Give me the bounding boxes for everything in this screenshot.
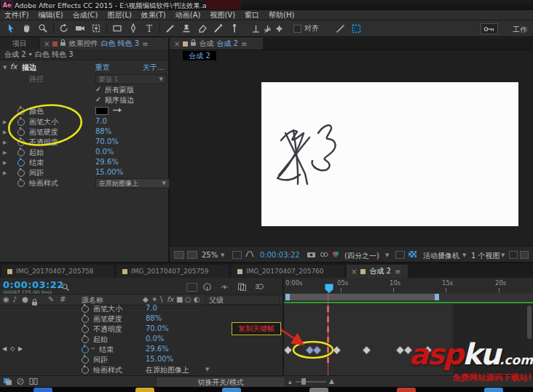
motion-blur-icon[interactable]: [255, 282, 264, 292]
menu-edit[interactable]: 编辑(E): [39, 10, 63, 20]
spacing-stopwatch-icon[interactable]: [17, 169, 25, 177]
comp-nav-button[interactable]: 合成 2: [183, 51, 216, 60]
puppet-pin-tool-icon[interactable]: [226, 21, 242, 36]
taskbar-icon[interactable]: [309, 388, 328, 392]
start-stopwatch-icon[interactable]: [17, 149, 25, 156]
playhead-handle[interactable]: [325, 284, 333, 293]
tab-img-205760[interactable]: IMG_20170407_205760: [232, 265, 344, 278]
timeline-ruler[interactable]: 0:00s 05s 10s 15s 20s: [284, 278, 533, 294]
label-column-icon[interactable]: ✎: [48, 295, 54, 303]
fx-switch-icon[interactable]: fx: [167, 295, 173, 303]
collapse-switch-icon[interactable]: ✶: [151, 295, 157, 303]
zoom-out-mountain-icon[interactable]: ▲: [288, 379, 292, 384]
all-masks-checkbox[interactable]: ✓: [95, 85, 101, 93]
quality-switch-icon[interactable]: \: [160, 295, 162, 303]
hand-tool-icon[interactable]: [19, 21, 35, 36]
pixel-aspect-icon[interactable]: [520, 251, 529, 259]
target-region-icon[interactable]: [395, 251, 405, 259]
tl-end-label[interactable]: 结束: [99, 345, 114, 355]
toggle-switches-modes-button[interactable]: 切换开关/模式: [156, 377, 285, 388]
roi-icon[interactable]: [232, 251, 242, 259]
keyframe-diamond[interactable]: [306, 346, 313, 353]
transfer-controls-icon[interactable]: [16, 377, 25, 387]
end-stopwatch-icon[interactable]: [17, 159, 25, 167]
workspace-label[interactable]: 工作: [513, 25, 527, 35]
taskbar-icon[interactable]: [397, 388, 416, 392]
tl-brush-hardness-value[interactable]: 88%: [146, 314, 162, 322]
work-area-track[interactable]: [284, 293, 533, 301]
keyframe-nav-prev-icon[interactable]: ◀: [2, 345, 7, 352]
timeline-zoom-track[interactable]: [296, 381, 326, 383]
taskbar-icon[interactable]: [135, 388, 154, 392]
primary-viewer-icon[interactable]: [187, 251, 197, 259]
mask-visibility-icon[interactable]: [245, 250, 254, 260]
timeline-search-icon[interactable]: [61, 283, 70, 293]
brush-size-value[interactable]: 7.0: [95, 117, 107, 125]
axis-local-icon[interactable]: [250, 21, 261, 36]
view-count-caret-icon[interactable]: ▼: [501, 252, 505, 258]
tab-composition[interactable]: × 合成 合成 2 ≡: [170, 38, 263, 49]
resolution-value[interactable]: (四分之一): [344, 251, 379, 261]
tl-spacing-stopwatch-icon[interactable]: [82, 356, 89, 364]
keyframe-diamond[interactable]: [404, 346, 411, 353]
camera-tool-icon[interactable]: [72, 21, 88, 36]
view-count-value[interactable]: 1 个视图: [471, 251, 500, 261]
draft-3d-icon[interactable]: [202, 282, 212, 292]
camera-caret-icon[interactable]: ▼: [462, 252, 466, 258]
adjustment-switch-icon[interactable]: ◐: [194, 295, 200, 303]
paint-style-dropdown[interactable]: 在原始图像上▼: [95, 178, 170, 188]
keyframe-diamond[interactable]: [396, 346, 403, 353]
viewer-timecode[interactable]: 0:00:03:22: [260, 251, 300, 259]
taskbar-icon[interactable]: [222, 388, 241, 392]
zoom-in-mountain-icon[interactable]: ▲: [329, 377, 334, 385]
timeline-zoom-handle[interactable]: [301, 378, 306, 385]
tl-opacity-stopwatch-icon[interactable]: [82, 326, 89, 333]
menu-effect[interactable]: 效果(T): [141, 10, 166, 20]
magnification-value[interactable]: 25%: [202, 251, 218, 259]
tl-end-stopwatch-icon[interactable]: [82, 346, 89, 353]
roto-brush-tool-icon[interactable]: [210, 21, 226, 36]
end-value[interactable]: 29.6%: [95, 158, 119, 166]
channel-icon[interactable]: [331, 250, 340, 260]
tl-brush-size-label[interactable]: 画笔大小: [93, 304, 122, 314]
taskbar-icon[interactable]: [33, 388, 52, 392]
close-icon[interactable]: ×: [44, 40, 50, 48]
tl-paint-style-stopwatch-icon[interactable]: [82, 367, 89, 374]
shrink-expand-icon[interactable]: [332, 21, 348, 36]
comp-mini-flowchart-icon[interactable]: [186, 283, 197, 292]
stroke-seq-checkbox[interactable]: ✓: [95, 95, 101, 103]
effect-reset-button[interactable]: 重置: [95, 63, 110, 73]
work-area-end-handle[interactable]: [435, 294, 439, 300]
rotation-tool-icon[interactable]: [56, 21, 72, 36]
text-tool-icon[interactable]: T: [141, 21, 157, 36]
menu-help[interactable]: 帮助(H): [269, 10, 294, 20]
axis-view-icon[interactable]: [273, 21, 285, 36]
start-value[interactable]: 0.0%: [95, 148, 114, 156]
tl-brush-size-value[interactable]: 7.0: [146, 304, 157, 312]
tab-img-205758[interactable]: IMG_20170407_205758: [1, 265, 114, 278]
brush-size-stopwatch-icon[interactable]: [17, 119, 25, 126]
effect-expander-icon[interactable]: ▼: [3, 65, 7, 71]
brush-hardness-expander-icon[interactable]: ▶: [3, 129, 7, 135]
opacity-value[interactable]: 70.0%: [95, 137, 119, 145]
keyframe-diamond[interactable]: [424, 346, 431, 353]
hide-shy-icon[interactable]: [220, 282, 229, 292]
brush-size-expander-icon[interactable]: ▶: [3, 119, 7, 125]
menu-animation[interactable]: 动画(A): [175, 10, 201, 20]
close-icon[interactable]: ×: [351, 268, 357, 276]
tl-brush-hardness-stopwatch-icon[interactable]: [82, 316, 89, 323]
pane-switches-icon[interactable]: [3, 377, 12, 387]
menu-window[interactable]: 窗口: [245, 10, 259, 20]
tab-comp2-timeline[interactable]: × 合成 2 ≡: [347, 265, 408, 278]
inout-panes-icon[interactable]: [29, 377, 38, 387]
always-preview-icon[interactable]: [174, 251, 184, 259]
snap-region-icon[interactable]: [348, 21, 364, 36]
video-column-icon[interactable]: ◉: [3, 295, 9, 303]
lock-icon[interactable]: [191, 42, 196, 46]
eraser-tool-icon[interactable]: [194, 21, 210, 36]
number-column-icon[interactable]: #: [60, 295, 66, 303]
tl-brush-hardness-label[interactable]: 画笔硬度: [93, 314, 122, 324]
align-checkbox[interactable]: [293, 25, 301, 33]
camera-value[interactable]: 活动摄像机: [423, 251, 459, 261]
tl-paint-style-label[interactable]: 绘画样式: [93, 365, 122, 375]
